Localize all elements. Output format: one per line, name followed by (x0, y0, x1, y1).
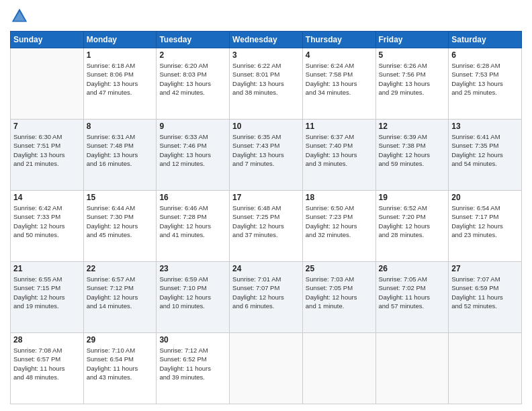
day-number: 28 (13, 335, 81, 345)
calendar-cell: 27Sunrise: 7:07 AM Sunset: 6:59 PM Dayli… (449, 262, 522, 333)
calendar-table: SundayMondayTuesdayWednesdayThursdayFrid… (10, 31, 522, 404)
cell-info: Sunrise: 6:18 AM Sunset: 8:06 PM Dayligh… (87, 61, 154, 97)
day-number: 16 (159, 193, 226, 202)
cell-info: Sunrise: 6:24 AM Sunset: 7:58 PM Dayligh… (306, 61, 373, 97)
calendar-cell: 9Sunrise: 6:33 AM Sunset: 7:46 PM Daylig… (157, 120, 230, 191)
cell-info: Sunrise: 6:57 AM Sunset: 7:12 PM Dayligh… (87, 275, 154, 310)
cell-info: Sunrise: 7:05 AM Sunset: 7:02 PM Dayligh… (379, 275, 446, 310)
calendar-cell: 24Sunrise: 7:01 AM Sunset: 7:07 PM Dayli… (230, 262, 303, 333)
cell-info: Sunrise: 6:37 AM Sunset: 7:40 PM Dayligh… (306, 132, 373, 168)
day-number: 25 (306, 264, 373, 273)
day-number: 6 (451, 50, 519, 60)
cell-info: Sunrise: 7:12 AM Sunset: 6:52 PM Dayligh… (159, 346, 226, 381)
day-number: 14 (13, 193, 81, 202)
calendar-cell (449, 333, 522, 404)
page: SundayMondayTuesdayWednesdayThursdayFrid… (0, 0, 532, 411)
cell-info: Sunrise: 6:54 AM Sunset: 7:17 PM Dayligh… (451, 203, 519, 239)
day-number: 29 (87, 335, 154, 345)
calendar-cell: 25Sunrise: 7:03 AM Sunset: 7:05 PM Dayli… (302, 262, 375, 333)
day-number: 8 (87, 122, 154, 131)
calendar-cell: 2Sunrise: 6:20 AM Sunset: 8:03 PM Daylig… (157, 48, 230, 120)
day-number: 26 (379, 264, 446, 273)
calendar-cell: 28Sunrise: 7:08 AM Sunset: 6:57 PM Dayli… (11, 333, 84, 404)
calendar-cell: 8Sunrise: 6:31 AM Sunset: 7:48 PM Daylig… (83, 120, 157, 191)
cell-info: Sunrise: 6:31 AM Sunset: 7:48 PM Dayligh… (87, 132, 154, 168)
day-number: 2 (159, 50, 226, 60)
day-number: 18 (306, 193, 373, 202)
day-number: 11 (306, 122, 373, 131)
calendar-cell: 12Sunrise: 6:39 AM Sunset: 7:38 PM Dayli… (375, 120, 449, 191)
calendar-cell: 17Sunrise: 6:48 AM Sunset: 7:25 PM Dayli… (230, 191, 303, 262)
day-number: 9 (159, 122, 226, 131)
day-number: 30 (159, 335, 226, 345)
calendar-cell: 30Sunrise: 7:12 AM Sunset: 6:52 PM Dayli… (157, 333, 230, 404)
cell-info: Sunrise: 7:03 AM Sunset: 7:05 PM Dayligh… (306, 275, 373, 310)
calendar-cell (230, 333, 303, 404)
calendar-cell: 10Sunrise: 6:35 AM Sunset: 7:43 PM Dayli… (230, 120, 303, 191)
header-day-tuesday: Tuesday (157, 32, 230, 48)
calendar-cell: 14Sunrise: 6:42 AM Sunset: 7:33 PM Dayli… (11, 191, 84, 262)
logo-icon (10, 7, 29, 26)
calendar-cell: 29Sunrise: 7:10 AM Sunset: 6:54 PM Dayli… (83, 333, 157, 404)
calendar-cell: 23Sunrise: 6:59 AM Sunset: 7:10 PM Dayli… (157, 262, 230, 333)
calendar-header: SundayMondayTuesdayWednesdayThursdayFrid… (11, 32, 522, 48)
day-number: 23 (159, 264, 226, 273)
header-day-sunday: Sunday (11, 32, 84, 48)
cell-info: Sunrise: 6:42 AM Sunset: 7:33 PM Dayligh… (13, 203, 81, 239)
cell-info: Sunrise: 6:48 AM Sunset: 7:25 PM Dayligh… (232, 203, 300, 239)
header-day-saturday: Saturday (449, 32, 522, 48)
calendar-cell: 7Sunrise: 6:30 AM Sunset: 7:51 PM Daylig… (11, 120, 84, 191)
cell-info: Sunrise: 6:50 AM Sunset: 7:23 PM Dayligh… (306, 203, 373, 239)
day-number: 7 (13, 122, 81, 131)
cell-info: Sunrise: 6:55 AM Sunset: 7:15 PM Dayligh… (13, 275, 81, 310)
calendar-cell (302, 333, 375, 404)
calendar-week-5: 28Sunrise: 7:08 AM Sunset: 6:57 PM Dayli… (11, 333, 522, 404)
calendar-cell: 21Sunrise: 6:55 AM Sunset: 7:15 PM Dayli… (11, 262, 84, 333)
cell-info: Sunrise: 6:35 AM Sunset: 7:43 PM Dayligh… (232, 132, 300, 168)
calendar-cell: 20Sunrise: 6:54 AM Sunset: 7:17 PM Dayli… (449, 191, 522, 262)
day-number: 24 (232, 264, 300, 273)
calendar-week-3: 14Sunrise: 6:42 AM Sunset: 7:33 PM Dayli… (11, 191, 522, 262)
day-number: 1 (87, 50, 154, 60)
calendar-cell: 1Sunrise: 6:18 AM Sunset: 8:06 PM Daylig… (83, 48, 157, 120)
cell-info: Sunrise: 6:44 AM Sunset: 7:30 PM Dayligh… (87, 203, 154, 239)
header-day-monday: Monday (83, 32, 157, 48)
day-number: 12 (379, 122, 446, 131)
calendar-cell (11, 48, 84, 120)
calendar-cell (375, 333, 449, 404)
day-number: 3 (232, 50, 300, 60)
day-number: 13 (451, 122, 519, 131)
cell-info: Sunrise: 6:39 AM Sunset: 7:38 PM Dayligh… (379, 132, 446, 168)
day-number: 27 (451, 264, 519, 273)
day-number: 21 (13, 264, 81, 273)
calendar-cell: 18Sunrise: 6:50 AM Sunset: 7:23 PM Dayli… (302, 191, 375, 262)
calendar-cell: 26Sunrise: 7:05 AM Sunset: 7:02 PM Dayli… (375, 262, 449, 333)
day-number: 20 (451, 193, 519, 202)
header-day-friday: Friday (375, 32, 449, 48)
calendar-cell: 4Sunrise: 6:24 AM Sunset: 7:58 PM Daylig… (302, 48, 375, 120)
cell-info: Sunrise: 7:08 AM Sunset: 6:57 PM Dayligh… (13, 346, 81, 381)
cell-info: Sunrise: 6:28 AM Sunset: 7:53 PM Dayligh… (451, 61, 519, 97)
cell-info: Sunrise: 6:20 AM Sunset: 8:03 PM Dayligh… (159, 61, 226, 97)
calendar-week-4: 21Sunrise: 6:55 AM Sunset: 7:15 PM Dayli… (11, 262, 522, 333)
calendar-cell: 13Sunrise: 6:41 AM Sunset: 7:35 PM Dayli… (449, 120, 522, 191)
cell-info: Sunrise: 6:30 AM Sunset: 7:51 PM Dayligh… (13, 132, 81, 168)
header-day-wednesday: Wednesday (230, 32, 303, 48)
cell-info: Sunrise: 6:22 AM Sunset: 8:01 PM Dayligh… (232, 61, 300, 97)
calendar-cell: 16Sunrise: 6:46 AM Sunset: 7:28 PM Dayli… (157, 191, 230, 262)
day-number: 22 (87, 264, 154, 273)
calendar-week-1: 1Sunrise: 6:18 AM Sunset: 8:06 PM Daylig… (11, 48, 522, 120)
calendar-cell: 5Sunrise: 6:26 AM Sunset: 7:56 PM Daylig… (375, 48, 449, 120)
cell-info: Sunrise: 7:07 AM Sunset: 6:59 PM Dayligh… (451, 275, 519, 310)
day-number: 15 (87, 193, 154, 202)
calendar-cell: 15Sunrise: 6:44 AM Sunset: 7:30 PM Dayli… (83, 191, 157, 262)
calendar-cell: 6Sunrise: 6:28 AM Sunset: 7:53 PM Daylig… (449, 48, 522, 120)
cell-info: Sunrise: 7:01 AM Sunset: 7:07 PM Dayligh… (232, 275, 300, 310)
calendar-week-2: 7Sunrise: 6:30 AM Sunset: 7:51 PM Daylig… (11, 120, 522, 191)
day-number: 19 (379, 193, 446, 202)
cell-info: Sunrise: 6:41 AM Sunset: 7:35 PM Dayligh… (451, 132, 519, 168)
day-number: 17 (232, 193, 300, 202)
calendar-cell: 22Sunrise: 6:57 AM Sunset: 7:12 PM Dayli… (83, 262, 157, 333)
calendar-cell: 11Sunrise: 6:37 AM Sunset: 7:40 PM Dayli… (302, 120, 375, 191)
cell-info: Sunrise: 6:33 AM Sunset: 7:46 PM Dayligh… (159, 132, 226, 168)
